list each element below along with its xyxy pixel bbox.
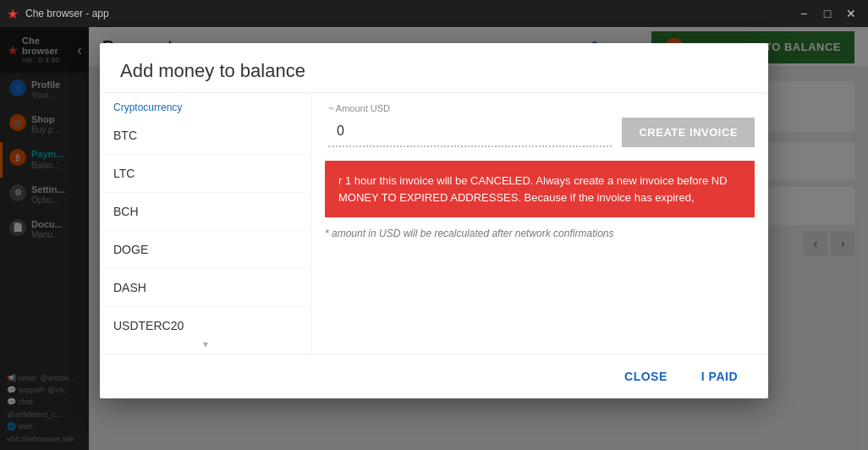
add-money-modal: Add money to balance Cryptocurrency BTC … bbox=[100, 43, 768, 398]
app-logo-icon: ★ bbox=[7, 6, 19, 22]
crypto-dropdown: Cryptocurrency BTC LTC BCH DOGE DASH USD… bbox=[100, 93, 311, 354]
scroll-down-indicator[interactable]: ▾ bbox=[100, 335, 310, 354]
maximize-button[interactable]: □ bbox=[817, 3, 838, 24]
amount-input[interactable] bbox=[328, 117, 612, 147]
modal-right-panel: ~ Amount USD CREATE INVOICE r 1 hour thi… bbox=[311, 93, 768, 354]
app-title: Che browser - app bbox=[25, 8, 109, 19]
close-button[interactable]: CLOSE bbox=[614, 365, 678, 388]
amount-field: ~ Amount USD bbox=[328, 103, 612, 147]
window-controls: − □ ✕ bbox=[794, 3, 861, 24]
crypto-item-btc[interactable]: BTC bbox=[100, 117, 310, 155]
amount-row: ~ Amount USD CREATE INVOICE bbox=[325, 103, 755, 147]
crypto-item-bch[interactable]: BCH bbox=[100, 193, 310, 231]
crypto-label: Cryptocurrency bbox=[100, 93, 310, 117]
modal-body: Cryptocurrency BTC LTC BCH DOGE DASH USD… bbox=[100, 93, 768, 354]
crypto-item-usdterc20[interactable]: USDTERC20 bbox=[100, 307, 310, 335]
modal-title: Add money to balance bbox=[100, 43, 768, 93]
recalc-info: * amount in USD will be recalculated aft… bbox=[325, 228, 755, 239]
warning-box: r 1 hour this invoice will be CANCELED. … bbox=[325, 161, 755, 217]
close-window-button[interactable]: ✕ bbox=[841, 3, 861, 24]
crypto-item-doge[interactable]: DOGE bbox=[100, 231, 310, 269]
amount-label: ~ Amount USD bbox=[328, 103, 612, 113]
create-invoice-button[interactable]: CREATE INVOICE bbox=[622, 118, 755, 147]
title-bar: ★ Che browser - app − □ ✕ bbox=[0, 0, 868, 27]
minimize-button[interactable]: − bbox=[794, 3, 814, 24]
warning-text: r 1 hour this invoice will be CANCELED. … bbox=[338, 174, 728, 204]
modal-footer: CLOSE I PAID bbox=[100, 354, 768, 398]
paid-button[interactable]: I PAID bbox=[691, 365, 748, 388]
crypto-list[interactable]: BTC LTC BCH DOGE DASH USDTERC20 bbox=[100, 117, 310, 335]
crypto-item-dash[interactable]: DASH bbox=[100, 269, 310, 307]
crypto-item-ltc[interactable]: LTC bbox=[100, 155, 310, 193]
